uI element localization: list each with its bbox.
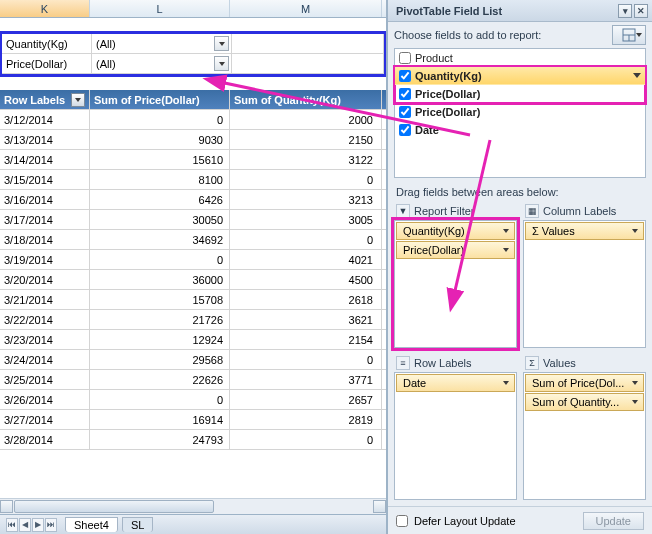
table-row[interactable]: 3/15/2014 8100 0 bbox=[0, 170, 386, 190]
filter-value[interactable]: (All) bbox=[92, 34, 232, 53]
field-checkbox[interactable] bbox=[399, 70, 411, 82]
table-row[interactable]: 3/19/2014 0 4021 bbox=[0, 250, 386, 270]
area-values: ΣValues Sum of Price(Dol...Sum of Quanti… bbox=[523, 354, 646, 500]
table-row[interactable]: 3/26/2014 0 2657 bbox=[0, 390, 386, 410]
filter-value[interactable]: (All) bbox=[92, 54, 232, 73]
column-headers: K L M bbox=[0, 0, 386, 18]
qty-cell: 2618 bbox=[230, 290, 382, 309]
price-cell: 9030 bbox=[90, 130, 230, 149]
date-cell: 3/18/2014 bbox=[0, 230, 90, 249]
price-cell: 0 bbox=[90, 250, 230, 269]
field-item[interactable]: Date bbox=[395, 121, 645, 139]
row-labels-dropdown-icon[interactable] bbox=[71, 93, 85, 107]
col-header-k[interactable]: K bbox=[0, 0, 90, 17]
date-cell: 3/17/2014 bbox=[0, 210, 90, 229]
table-row[interactable]: 3/23/2014 12924 2154 bbox=[0, 330, 386, 350]
field-checkbox[interactable] bbox=[399, 52, 411, 64]
date-cell: 3/23/2014 bbox=[0, 330, 90, 349]
layout-options-button[interactable] bbox=[612, 25, 646, 45]
columns-icon: ▦ bbox=[525, 204, 539, 218]
pane-title-bar: PivotTable Field List ▾ ✕ bbox=[388, 0, 652, 22]
field-item[interactable]: Quantity(Kg) bbox=[395, 67, 645, 85]
qty-cell: 3213 bbox=[230, 190, 382, 209]
update-button[interactable]: Update bbox=[583, 512, 644, 530]
area-field-chip[interactable]: Price(Dollar) bbox=[396, 241, 515, 259]
table-row[interactable]: 3/13/2014 9030 2150 bbox=[0, 130, 386, 150]
field-item[interactable]: Price(Dollar) bbox=[395, 103, 645, 121]
price-cell: 22626 bbox=[90, 370, 230, 389]
table-row[interactable]: 3/21/2014 15708 2618 bbox=[0, 290, 386, 310]
sheet-nav-arrows[interactable]: ⏮◀▶⏭ bbox=[6, 518, 57, 532]
qty-cell: 3005 bbox=[230, 210, 382, 229]
table-row[interactable]: 3/18/2014 34692 0 bbox=[0, 230, 386, 250]
area-field-chip[interactable]: Sum of Price(Dol... bbox=[525, 374, 644, 392]
field-checkbox[interactable] bbox=[399, 106, 411, 118]
table-row[interactable]: 3/14/2014 15610 3122 bbox=[0, 150, 386, 170]
qty-cell: 2154 bbox=[230, 330, 382, 349]
price-cell: 29568 bbox=[90, 350, 230, 369]
defer-layout-checkbox[interactable] bbox=[396, 515, 408, 527]
qty-cell: 4500 bbox=[230, 270, 382, 289]
area-field-chip[interactable]: Quantity(Kg) bbox=[396, 222, 515, 240]
table-row[interactable]: 3/24/2014 29568 0 bbox=[0, 350, 386, 370]
row-labels-header[interactable]: Row Labels bbox=[0, 90, 90, 109]
field-item[interactable]: Price(Dollar) bbox=[395, 85, 645, 103]
chevron-down-icon[interactable] bbox=[633, 73, 641, 78]
area-field-chip[interactable]: Σ Values bbox=[525, 222, 644, 240]
qty-cell: 4021 bbox=[230, 250, 382, 269]
field-label: Price(Dollar) bbox=[415, 88, 480, 100]
price-cell: 24793 bbox=[90, 430, 230, 449]
filter-dropdown-icon[interactable] bbox=[214, 36, 229, 51]
horizontal-scrollbar[interactable] bbox=[0, 498, 386, 514]
price-cell: 6426 bbox=[90, 190, 230, 209]
table-row[interactable]: 3/12/2014 0 2000 bbox=[0, 110, 386, 130]
close-icon[interactable]: ✕ bbox=[634, 4, 648, 18]
field-label: Price(Dollar) bbox=[415, 106, 480, 118]
qty-cell: 0 bbox=[230, 230, 382, 249]
chevron-down-icon[interactable]: ▾ bbox=[618, 4, 632, 18]
date-cell: 3/19/2014 bbox=[0, 250, 90, 269]
pivottable-field-list-pane: PivotTable Field List ▾ ✕ Choose fields … bbox=[387, 0, 652, 534]
sheet-tab-bar: ⏮◀▶⏭ Sheet4 SL bbox=[0, 514, 386, 534]
field-item[interactable]: Product bbox=[395, 49, 645, 67]
area-field-chip[interactable]: Date bbox=[396, 374, 515, 392]
date-cell: 3/12/2014 bbox=[0, 110, 90, 129]
filter-dropdown-icon[interactable] bbox=[214, 56, 229, 71]
col-header-m[interactable]: M bbox=[230, 0, 382, 17]
table-row[interactable]: 3/20/2014 36000 4500 bbox=[0, 270, 386, 290]
table-row[interactable]: 3/16/2014 6426 3213 bbox=[0, 190, 386, 210]
table-row[interactable]: 3/22/2014 21726 3621 bbox=[0, 310, 386, 330]
field-label: Date bbox=[415, 124, 439, 136]
qty-cell: 0 bbox=[230, 430, 382, 449]
price-cell: 30050 bbox=[90, 210, 230, 229]
area-field-chip[interactable]: Sum of Quantity... bbox=[525, 393, 644, 411]
pane-title: PivotTable Field List bbox=[396, 5, 502, 17]
qty-cell: 2819 bbox=[230, 410, 382, 429]
field-checkbox[interactable] bbox=[399, 88, 411, 100]
price-cell: 34692 bbox=[90, 230, 230, 249]
qty-cell: 0 bbox=[230, 170, 382, 189]
sum-qty-header: Sum of Quantity(Kg) bbox=[230, 90, 382, 109]
qty-cell: 0 bbox=[230, 350, 382, 369]
qty-cell: 3122 bbox=[230, 150, 382, 169]
date-cell: 3/25/2014 bbox=[0, 370, 90, 389]
table-row[interactable]: 3/25/2014 22626 3771 bbox=[0, 370, 386, 390]
qty-cell: 2000 bbox=[230, 110, 382, 129]
table-row[interactable]: 3/28/2014 24793 0 bbox=[0, 430, 386, 450]
sheet-tab[interactable]: SL bbox=[122, 517, 153, 532]
field-label: Product bbox=[415, 52, 453, 64]
table-row[interactable]: 3/27/2014 16914 2819 bbox=[0, 410, 386, 430]
filter-icon: ▼ bbox=[396, 204, 410, 218]
field-checkbox[interactable] bbox=[399, 124, 411, 136]
sheet-tab-active[interactable]: Sheet4 bbox=[65, 517, 118, 532]
price-cell: 36000 bbox=[90, 270, 230, 289]
price-cell: 0 bbox=[90, 110, 230, 129]
date-cell: 3/14/2014 bbox=[0, 150, 90, 169]
col-header-l[interactable]: L bbox=[90, 0, 230, 17]
price-cell: 0 bbox=[90, 390, 230, 409]
pivot-filters: Quantity(Kg) (All) Price(Dollar) (All) bbox=[2, 34, 384, 74]
table-row[interactable]: 3/17/2014 30050 3005 bbox=[0, 210, 386, 230]
area-column-labels: ▦Column Labels Σ Values bbox=[523, 202, 646, 348]
choose-fields-label: Choose fields to add to report: bbox=[394, 29, 608, 41]
date-cell: 3/26/2014 bbox=[0, 390, 90, 409]
